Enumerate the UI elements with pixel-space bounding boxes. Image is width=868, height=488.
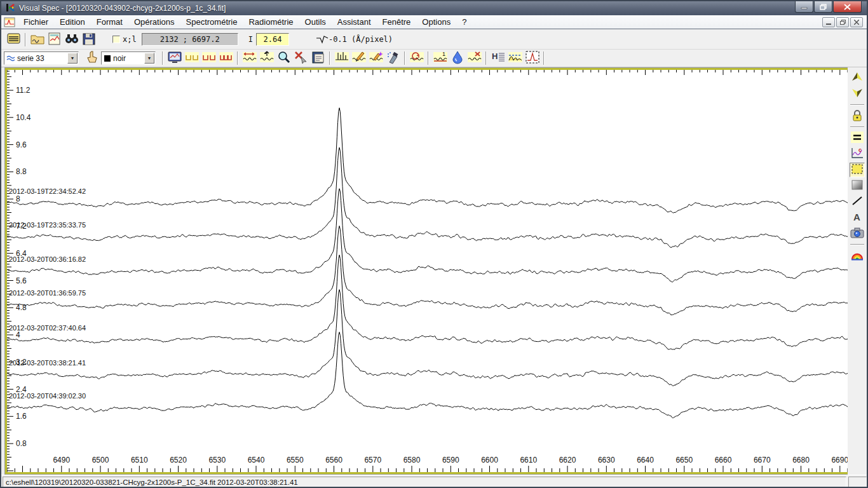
spectra-plot[interactable]: 6490650065106520653065406550656065706580… (5, 68, 850, 474)
undo-curve-button[interactable] (408, 51, 425, 66)
coordinate-readout-field[interactable]: 2132 ; 6697.2 (142, 33, 238, 46)
x-tick-label: 6610 (520, 456, 537, 464)
chart-c-button[interactable]: c (850, 147, 865, 161)
spectrum-polyline (7, 255, 848, 349)
edit-pencil-button[interactable] (350, 51, 367, 66)
series-select[interactable]: serie 33▼ (4, 51, 79, 65)
profile-stack-button[interactable] (5, 32, 22, 47)
child-restore-button[interactable] (836, 17, 849, 27)
spectrum-timestamp-label: 2012-03-20T00:36:16.82 (9, 255, 86, 263)
y-tick-label: 11.2 (16, 86, 31, 95)
shift-up-button[interactable] (258, 51, 275, 66)
crop-curve-button[interactable] (466, 51, 483, 66)
menu-assistant[interactable]: Assistant (332, 16, 377, 28)
water-drop-button[interactable] (449, 51, 466, 66)
baseline-single-button[interactable] (183, 51, 200, 66)
x-tick-label: 6490 (53, 456, 70, 464)
coord-mode-checkbox[interactable] (112, 36, 120, 43)
gradient-button[interactable] (850, 179, 865, 193)
window-title: Visual Spec - [20120320-043902-chcyg-2x1… (19, 4, 226, 13)
menu-spectrometrie[interactable]: Spectrométrie (180, 16, 243, 28)
save-button[interactable] (80, 32, 97, 47)
equals-button[interactable] (850, 131, 865, 146)
dashed-square-button[interactable] (850, 163, 865, 177)
measure-ruler-button[interactable] (506, 51, 524, 66)
minimize-button[interactable] (795, 1, 813, 13)
separator (329, 51, 330, 65)
spectrum-polyline (7, 108, 848, 214)
search-binoculars-icon (64, 32, 79, 48)
intensity-readout-field[interactable]: 2.64 (256, 33, 289, 46)
rainbow-icon (851, 249, 864, 262)
menu-help[interactable]: ? (456, 16, 472, 28)
child-close-button[interactable] (850, 17, 863, 27)
child-minimize-button[interactable] (822, 17, 835, 27)
up-triangle-button[interactable] (850, 71, 865, 85)
down-triangle-button[interactable] (850, 86, 865, 101)
svg-text:H: H (492, 51, 498, 61)
continuum-arrows-icon (242, 50, 257, 66)
delete-red-x-button[interactable] (292, 51, 309, 66)
edit-pencil-icon (351, 50, 367, 66)
series-select-value: serie 33 (17, 54, 44, 63)
dashed-square-icon (851, 163, 864, 177)
color-select[interactable]: noir▼ (101, 51, 156, 65)
rainbow-button[interactable] (850, 248, 865, 263)
clipboard-button[interactable] (309, 51, 327, 66)
spectrum-timestamp-label: 2012-03-20T04:39:02.30 (9, 392, 86, 400)
menu-format[interactable]: Format (91, 16, 128, 28)
x-tick-label: 6550 (287, 456, 304, 464)
edit-pencil-star-button[interactable] (367, 51, 384, 66)
open-profile-button[interactable] (29, 32, 46, 47)
x-tick-label: 6680 (792, 456, 810, 464)
menu-operations[interactable]: Opérations (128, 16, 180, 28)
menu-options[interactable]: Options (416, 16, 456, 28)
x-tick-label: 6650 (675, 456, 693, 464)
lock-icon (851, 109, 864, 123)
x-tick-label: 6560 (325, 456, 342, 464)
restore-button[interactable] (814, 1, 832, 13)
text-a-button[interactable]: A (850, 210, 865, 225)
zoom-button[interactable] (275, 51, 292, 66)
camera-button[interactable] (850, 226, 865, 241)
x-tick-label: 6640 (637, 456, 654, 464)
lock-button[interactable] (850, 109, 865, 123)
line-button[interactable] (850, 194, 865, 209)
annotation-toolbar: cA (848, 67, 867, 475)
workspace: 6490650065106520653065406550656065706580… (1, 67, 867, 475)
display-button[interactable] (166, 51, 183, 66)
peak-box-button[interactable] (524, 51, 541, 66)
normalize-icon: 1 (433, 50, 448, 66)
series-dropdown-arrow[interactable]: ▼ (67, 53, 78, 64)
airbrush-button[interactable] (384, 51, 402, 66)
spectrum-polyline (7, 147, 848, 247)
mdi-child-icon (4, 17, 15, 27)
peak-box-icon (525, 50, 540, 66)
menu-radiometrie[interactable]: Radiométrie (243, 16, 299, 28)
x-tick-label: 6520 (170, 456, 187, 464)
status-file-text: c:\eshell\120319\20120320-033821-CHcyg-2… (3, 477, 846, 487)
spectrum-polyline (7, 189, 848, 282)
y-tick-label: 1.6 (16, 412, 27, 421)
spectrum-timestamp-label: 2012-03-20T02:37:40.64 (9, 324, 86, 332)
close-button[interactable] (833, 1, 862, 13)
x-tick-label: 6600 (481, 456, 498, 464)
baseline-double-button[interactable] (200, 51, 217, 66)
normalize-button[interactable]: 1 (431, 51, 449, 66)
menu-fichier[interactable]: Fichier (18, 16, 54, 28)
menu-edition[interactable]: Edition (54, 16, 91, 28)
undo-curve-icon (409, 50, 424, 66)
menu-bar: FichierEditionFormatOpérationsSpectromét… (1, 15, 867, 29)
hand-pointer-button[interactable] (84, 51, 101, 66)
shift-up-icon (259, 50, 275, 66)
menu-fenetre[interactable]: Fenêtre (377, 16, 417, 28)
baseline-triple-button[interactable] (217, 51, 234, 66)
search-binoculars-button[interactable] (63, 32, 80, 47)
despike-button[interactable] (333, 51, 350, 66)
title-bar: Visual Spec - [20120320-043902-chcyg-2x1… (1, 1, 867, 15)
open-image-button[interactable] (46, 32, 63, 47)
continuum-arrows-button[interactable] (241, 51, 258, 66)
color-dropdown-arrow[interactable]: ▼ (144, 53, 154, 64)
menu-outils[interactable]: Outils (299, 16, 332, 28)
element-table-button[interactable]: H (489, 51, 506, 66)
